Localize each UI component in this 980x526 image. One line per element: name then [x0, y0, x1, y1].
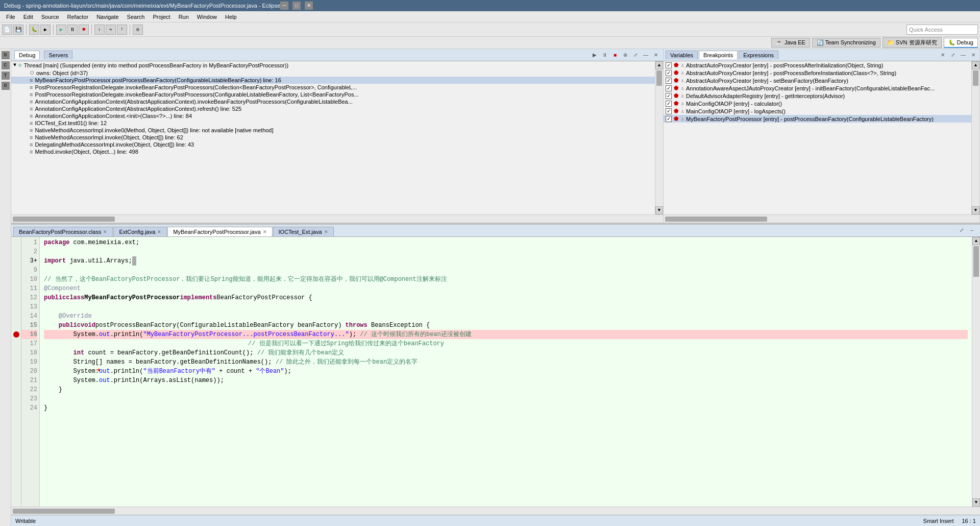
- bp-row-6[interactable]: ✓ ⬟ ⚓ MainConfigOfAOP [entry] - logAspec…: [664, 107, 971, 115]
- sidebar-task-icon[interactable]: T: [2, 71, 10, 80]
- close-view-icon[interactable]: ✕: [652, 51, 660, 59]
- variables-tab[interactable]: Variables: [666, 51, 698, 59]
- editor-scroll-down[interactable]: ▼: [972, 498, 980, 507]
- suspend-icon[interactable]: ⏸: [601, 51, 609, 59]
- vars-close-icon[interactable]: ✕: [969, 51, 977, 59]
- menu-search[interactable]: Search: [123, 13, 149, 21]
- stack-frame-2[interactable]: ≡ PostProcessorRegistrationDelegate.invo…: [11, 91, 655, 98]
- tb-btn-resume[interactable]: ▶: [56, 25, 66, 35]
- expressions-tab[interactable]: Expressions: [739, 51, 778, 59]
- editor-hscroll[interactable]: [11, 507, 980, 515]
- menu-window[interactable]: Window: [193, 13, 221, 21]
- stack-frame-0[interactable]: ≡ MyBeanFactoryPostProcessor.postProcess…: [11, 77, 655, 84]
- vars-scroll-up[interactable]: ▲: [972, 61, 979, 69]
- stack-frame-9[interactable]: ≡ DelegatingMethodAccessorImpl.invoke(Ob…: [11, 141, 655, 148]
- hscroll-thumb[interactable]: [13, 217, 115, 222]
- servers-tab[interactable]: Servers: [44, 51, 72, 59]
- menu-refactor[interactable]: Refactor: [63, 13, 93, 21]
- menu-source[interactable]: Source: [37, 13, 63, 21]
- persp-javaee[interactable]: ☕ Java EE: [771, 38, 810, 47]
- bp-row-4[interactable]: ✓ ⬟ ⚓ DefaultAdvisorAdapterRegistry [ent…: [664, 92, 971, 100]
- vars-remove-icon[interactable]: ✕: [939, 51, 947, 59]
- bp-row-0[interactable]: ✓ ⬟ ⚓ AbstractAutoProxyCreator [entry] -…: [664, 61, 971, 69]
- bp-row-7[interactable]: ✓ ⬟ ⚓ MyBeanFactoryPostProcessor [entry]…: [664, 115, 971, 123]
- debug-hscroll[interactable]: [11, 214, 663, 223]
- vars-minimize-icon[interactable]: —: [959, 51, 967, 59]
- code-editor[interactable]: 1 2 3+ 9 10 11 12 13 14 15 16 17 18 19 2…: [11, 237, 980, 507]
- minimize-button[interactable]: ─: [280, 2, 288, 10]
- terminate-icon[interactable]: ■: [611, 51, 619, 59]
- bp-check-2[interactable]: ✓: [666, 78, 672, 84]
- editor-tab-1[interactable]: ExtConfig.java ✕: [113, 227, 167, 236]
- editor-tab-0[interactable]: BeanFactoryPostProcessor.class ✕: [13, 227, 113, 236]
- stack-frame-5[interactable]: ≡ AnnotationConfigApplicationContext.<in…: [11, 112, 655, 119]
- editor-tab-close-1[interactable]: ✕: [157, 229, 161, 234]
- menu-help[interactable]: Help: [221, 13, 241, 21]
- bp-row-3[interactable]: ✓ ⬟ ⚓ AnnotationAwareAspectJAutoProxyCre…: [664, 84, 971, 92]
- thread-item[interactable]: ▼ ⊙ Thread [main] (Suspended (entry into…: [11, 61, 655, 69]
- stack-frame-1[interactable]: ≡ PostProcessorRegistrationDelegate.invo…: [11, 84, 655, 91]
- tb-btn-debug[interactable]: 🐛: [29, 25, 39, 35]
- tb-btn-terminate[interactable]: ■: [79, 25, 89, 35]
- editor-tab-close-3[interactable]: ✕: [324, 229, 328, 234]
- menu-navigate[interactable]: Navigate: [92, 13, 122, 21]
- tb-btn-step-into[interactable]: ↓: [94, 25, 105, 35]
- tb-btn-breakpoint[interactable]: ⊙: [133, 25, 143, 35]
- bp-check-4[interactable]: ✓: [666, 93, 672, 99]
- menu-file[interactable]: File: [2, 13, 19, 21]
- disconnect-icon[interactable]: ⊗: [621, 51, 629, 59]
- stack-frame-4[interactable]: ≡ AnnotationConfigApplicationContext(Abs…: [11, 105, 655, 112]
- vars-scroll-track[interactable]: [972, 69, 979, 206]
- editor-tab-close-2[interactable]: ✕: [263, 229, 267, 234]
- vars-hscroll[interactable]: [664, 214, 979, 223]
- stack-frame-3[interactable]: ≡ AnnotationConfigApplicationContext(Abs…: [11, 98, 655, 105]
- tb-btn-run[interactable]: ▶: [40, 25, 51, 35]
- sidebar-outline-icon[interactable]: O: [2, 82, 10, 90]
- breakpoints-tab[interactable]: Breakpoints: [699, 51, 738, 59]
- vars-expand-icon[interactable]: ⤢: [949, 51, 957, 59]
- stack-frame-10[interactable]: ≡ Method.invoke(Object, Object...) line:…: [11, 148, 655, 155]
- persp-team-sync[interactable]: 🔄 Team Synchronizing: [812, 38, 880, 47]
- editor-expand-icon[interactable]: ⤢: [958, 226, 966, 234]
- minimize-view-icon[interactable]: —: [642, 51, 650, 59]
- editor-tab-3[interactable]: IOCTest_Ext.java ✕: [273, 227, 334, 236]
- menu-project[interactable]: Project: [149, 13, 174, 21]
- bp-check-0[interactable]: ✓: [666, 62, 672, 68]
- scroll-up[interactable]: ▲: [655, 61, 663, 69]
- bp-check-5[interactable]: ✓: [666, 101, 672, 107]
- bp-check-7[interactable]: ✓: [666, 116, 672, 122]
- stack-frame-8[interactable]: ≡ NativeMethodAccessorImpl.invoke(Object…: [11, 134, 655, 141]
- menu-run[interactable]: Run: [175, 13, 193, 21]
- editor-tab-2[interactable]: MyBeanFactoryPostProcessor.java ✕: [167, 227, 272, 236]
- expand-icon[interactable]: ⤢: [631, 51, 640, 59]
- quick-access-input[interactable]: Quick Access: [906, 25, 978, 35]
- tb-btn-new[interactable]: 📄: [2, 25, 12, 35]
- bp-row-5[interactable]: ✓ ⬟ ⚓ MainConfigOfAOP [entry] - calculat…: [664, 100, 971, 107]
- vars-vscroll[interactable]: ▲ ▼: [971, 61, 979, 214]
- sidebar-debug-icon[interactable]: D: [2, 51, 10, 59]
- scroll-down[interactable]: ▼: [655, 206, 663, 214]
- bp-check-1[interactable]: ✓: [666, 70, 672, 76]
- editor-hscroll-thumb[interactable]: [13, 509, 115, 514]
- tb-btn-step-return[interactable]: ↑: [117, 25, 127, 35]
- vars-hscroll-thumb[interactable]: [665, 217, 767, 222]
- editor-tab-close-0[interactable]: ✕: [103, 229, 107, 234]
- scroll-track[interactable]: [655, 69, 663, 206]
- sidebar-console-icon[interactable]: C: [2, 61, 10, 69]
- tb-btn-save[interactable]: 💾: [13, 25, 23, 35]
- stack-frame-6[interactable]: ≡ IOCTest_Ext.test01() line: 12: [11, 119, 655, 127]
- bp-check-3[interactable]: ✓: [666, 85, 672, 91]
- vars-scroll-down[interactable]: ▼: [972, 206, 979, 214]
- breakpoint-dot-16[interactable]: [13, 331, 19, 338]
- persp-debug[interactable]: 🐛 Debug: [944, 38, 978, 48]
- maximize-button[interactable]: □: [292, 2, 301, 10]
- persp-svn[interactable]: 📁 SVN 资源库研究: [883, 37, 942, 48]
- bp-row-1[interactable]: ✓ ⬟ ⚓ AbstractAutoProxyCreator [entry] -…: [664, 69, 971, 77]
- editor-scroll-up[interactable]: ▲: [972, 237, 980, 245]
- close-button[interactable]: ✕: [305, 2, 313, 10]
- editor-vscroll[interactable]: ▲ ▼: [972, 237, 980, 507]
- menu-edit[interactable]: Edit: [19, 13, 37, 21]
- code-text[interactable]: ➜ package com.meimeixia.ext; import java…: [40, 237, 972, 507]
- editor-scroll-track[interactable]: [972, 245, 980, 498]
- debug-tab[interactable]: Debug: [14, 51, 40, 59]
